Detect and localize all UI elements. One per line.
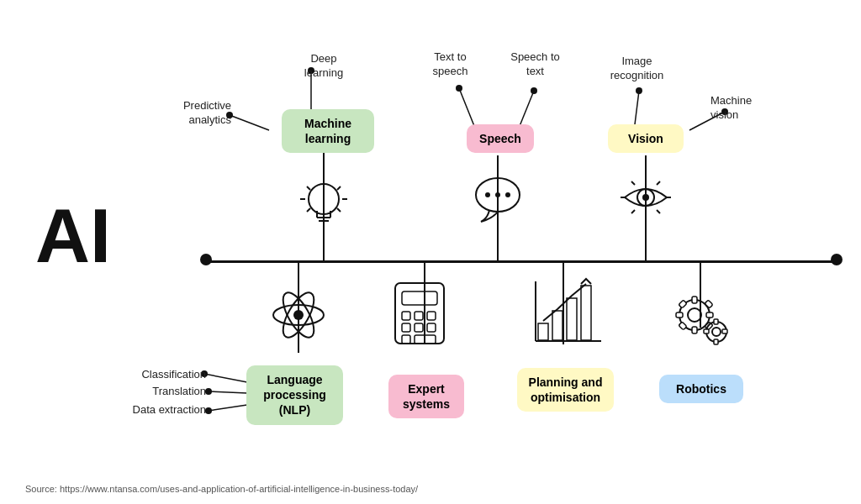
svg-rect-46 [538, 323, 548, 340]
machine-learning-box: Machine learning [282, 109, 374, 153]
svg-point-85 [205, 407, 212, 414]
svg-point-33 [273, 305, 324, 325]
svg-rect-36 [395, 283, 444, 344]
svg-rect-39 [415, 312, 423, 320]
svg-rect-44 [402, 335, 410, 344]
speech-box: Speech [467, 124, 534, 153]
svg-rect-40 [427, 312, 436, 320]
svg-point-83 [205, 388, 212, 395]
expert-systems-box: Expert systems [388, 375, 464, 418]
timeline-dot-left [200, 254, 212, 265]
svg-rect-37 [402, 291, 437, 305]
svg-point-35 [277, 288, 320, 342]
svg-rect-54 [692, 297, 697, 303]
svg-rect-57 [706, 312, 713, 318]
timeline-line [202, 260, 841, 263]
text-to-speech-label: Text to speech [423, 50, 478, 79]
language-processing-box: Language processing (NLP) [246, 365, 343, 425]
svg-rect-48 [567, 298, 577, 340]
svg-point-32 [293, 310, 304, 320]
svg-point-23 [637, 189, 654, 206]
deep-learning-label: Deep learning [290, 52, 357, 81]
ai-title: AI [35, 193, 111, 280]
svg-rect-55 [692, 327, 697, 333]
svg-point-52 [679, 300, 710, 330]
image-recognition-label: Image recognition [605, 55, 668, 83]
svg-rect-61 [705, 322, 713, 330]
svg-line-72 [459, 88, 474, 126]
vision-box: Vision [608, 124, 684, 153]
svg-point-19 [476, 178, 520, 212]
svg-line-80 [204, 374, 247, 382]
svg-rect-45 [415, 335, 436, 344]
svg-rect-38 [402, 312, 410, 320]
svg-point-20 [485, 192, 490, 197]
svg-line-14 [337, 186, 341, 190]
svg-line-31 [631, 210, 635, 213]
source-text: Source: https://www.ntansa.com/uses-and-… [25, 484, 418, 494]
svg-rect-43 [427, 323, 436, 332]
svg-point-63 [712, 328, 721, 336]
svg-line-74 [520, 91, 534, 126]
svg-point-73 [456, 85, 462, 92]
svg-rect-58 [679, 300, 687, 308]
svg-rect-56 [676, 312, 683, 318]
svg-point-77 [636, 87, 642, 94]
svg-point-75 [531, 87, 537, 94]
svg-line-18 [337, 208, 341, 212]
speech-to-text-label: Speech to text [508, 50, 563, 79]
svg-line-30 [657, 210, 660, 213]
data-extraction-label: Data extraction [118, 403, 206, 417]
svg-line-26 [657, 181, 660, 185]
svg-rect-64 [714, 319, 718, 324]
classification-label: Classification [130, 368, 206, 382]
main-container: AI [0, 0, 861, 504]
svg-point-24 [642, 194, 649, 201]
svg-rect-49 [581, 286, 591, 340]
svg-line-76 [635, 91, 639, 124]
svg-rect-59 [705, 300, 713, 308]
svg-line-17 [307, 208, 310, 212]
machine-vision-label: Machine vision [710, 94, 774, 123]
predictive-analytics-label: Predictive analytics [156, 99, 231, 128]
svg-line-27 [631, 181, 635, 185]
svg-rect-65 [714, 339, 718, 344]
svg-point-62 [706, 322, 726, 342]
svg-rect-42 [415, 323, 423, 332]
svg-rect-66 [704, 329, 709, 333]
svg-rect-47 [552, 311, 563, 340]
timeline-dot-right [831, 254, 843, 265]
svg-point-34 [277, 288, 320, 342]
svg-line-84 [209, 405, 247, 411]
svg-point-22 [505, 192, 510, 197]
translation-label: Translation [139, 385, 206, 399]
svg-line-82 [209, 391, 247, 393]
svg-line-68 [230, 115, 269, 130]
svg-rect-67 [722, 329, 727, 333]
svg-point-21 [495, 192, 500, 197]
svg-point-7 [309, 184, 339, 214]
svg-line-13 [307, 186, 310, 190]
svg-point-53 [688, 308, 701, 322]
planning-box: Planning and optimisation [517, 368, 614, 412]
svg-rect-41 [402, 323, 410, 332]
svg-rect-60 [679, 322, 687, 330]
robotics-box: Robotics [659, 375, 743, 403]
